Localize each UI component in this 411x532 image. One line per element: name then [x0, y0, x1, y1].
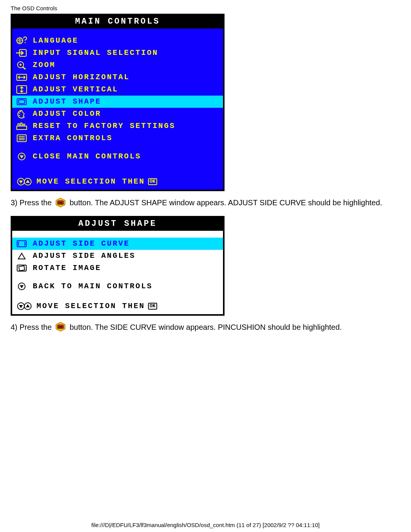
adjust-vert-icon — [16, 85, 33, 94]
menu-label: ROTATE IMAGE — [33, 264, 219, 272]
step-4-suffix: button. The SIDE CURVE window appears. P… — [67, 323, 342, 331]
adjust-horiz-icon — [16, 73, 33, 82]
shape-footer: MOVE SELECTION THEN OK — [12, 299, 223, 314]
menu-item-adjust-vertical[interactable]: ADJUST VERTICAL — [12, 83, 223, 96]
main-controls-osd: MAIN CONTROLS LANGUAGE INPUT SIGNAL SELE… — [11, 14, 225, 191]
back-label: BACK TO MAIN CONTROLS — [33, 283, 219, 290]
menu-item-extra-controls[interactable]: EXTRA CONTROLS — [12, 132, 223, 144]
step-3-text: 3) Press the button. The ADJUST SHAPE wi… — [11, 197, 384, 209]
down-circle-icon — [16, 282, 33, 291]
menu-label: RESET TO FACTORY SETTINGS — [33, 122, 219, 130]
adjust-shape-title: ADJUST SHAPE — [12, 217, 223, 231]
input-arrow-icon — [16, 48, 33, 58]
rotate-image-icon — [16, 264, 33, 273]
globe-question-icon — [16, 36, 33, 45]
zoom-icon — [16, 61, 33, 70]
menu-item-rotate-image[interactable]: ROTATE IMAGE — [12, 262, 223, 274]
footer-label: MOVE SELECTION THEN — [37, 178, 145, 185]
menu-label: ADJUST SIDE CURVE — [33, 240, 219, 248]
menu-label: ADJUST SHAPE — [33, 98, 219, 105]
step-4-prefix: 4) Press the — [11, 323, 54, 331]
menu-label: ADJUST SIDE ANGLES — [33, 252, 219, 260]
ok-badge-icon: OK — [148, 178, 157, 185]
menu-item-input-signal[interactable]: INPUT SIGNAL SELECTION — [12, 47, 223, 59]
main-controls-title: MAIN CONTROLS — [12, 15, 223, 29]
adjust-color-icon — [16, 109, 33, 118]
step-3-suffix: button. The ADJUST SHAPE window appears.… — [67, 198, 382, 207]
menu-item-adjust-horizontal[interactable]: ADJUST HORIZONTAL — [12, 71, 223, 83]
menu-item-adjust-shape[interactable]: ADJUST SHAPE — [12, 96, 223, 108]
menu-label: ADJUST HORIZONTAL — [33, 73, 219, 81]
main-footer: MOVE SELECTION THEN OK — [12, 174, 223, 190]
back-to-main-controls[interactable]: BACK TO MAIN CONTROLS — [12, 280, 223, 292]
down-circle-icon — [16, 152, 33, 161]
step-4-text: 4) Press the button. The SIDE CURVE wind… — [11, 321, 384, 334]
menu-label: ZOOM — [33, 61, 219, 69]
adjust-shape-icon — [16, 97, 33, 106]
menu-item-factory-reset[interactable]: RESET TO FACTORY SETTINGS — [12, 120, 223, 132]
menu-label: EXTRA CONTROLS — [33, 134, 219, 142]
step-3-prefix: 3) Press the — [11, 198, 54, 207]
menu-label: INPUT SIGNAL SELECTION — [33, 49, 219, 57]
menu-item-language[interactable]: LANGUAGE — [12, 35, 223, 47]
footer-file-path: file:///D|/EDFU/LF3/lf3manual/english/OS… — [0, 522, 411, 528]
up-down-circles-icon — [16, 177, 37, 186]
menu-label: LANGUAGE — [33, 37, 219, 45]
ok-button-icon — [55, 198, 66, 208]
extra-controls-icon — [16, 134, 33, 143]
menu-item-side-curve[interactable]: ADJUST SIDE CURVE — [12, 238, 223, 250]
menu-label: ADJUST COLOR — [33, 110, 219, 118]
ok-badge-icon: OK — [148, 303, 157, 310]
side-angles-icon — [16, 251, 33, 260]
ok-button-icon — [55, 322, 66, 332]
menu-item-zoom[interactable]: ZOOM — [12, 59, 223, 71]
side-curve-icon — [16, 239, 33, 248]
close-main-controls[interactable]: CLOSE MAIN CONTROLS — [12, 150, 223, 163]
factory-reset-icon — [16, 121, 33, 131]
menu-label: ADJUST VERTICAL — [33, 86, 219, 93]
close-label: CLOSE MAIN CONTROLS — [33, 153, 219, 160]
menu-item-adjust-color[interactable]: ADJUST COLOR — [12, 108, 223, 120]
menu-item-side-angles[interactable]: ADJUST SIDE ANGLES — [12, 250, 223, 262]
page-title: The OSD Controls — [11, 5, 403, 11]
adjust-shape-osd: ADJUST SHAPE ADJUST SIDE CURVE ADJUST SI… — [11, 216, 225, 316]
footer-label: MOVE SELECTION THEN — [37, 302, 145, 310]
up-down-circles-icon — [16, 302, 37, 311]
